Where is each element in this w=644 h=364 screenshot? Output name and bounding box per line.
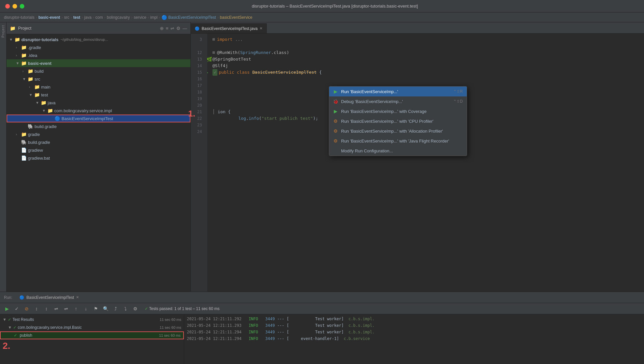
tree-item[interactable]: ▼ 📁 test — [7, 91, 190, 99]
close-panel-icon[interactable]: — — [183, 26, 187, 31]
jfr-icon: ⚙ — [333, 138, 338, 143]
main-area: Project 📁 Project ⊕ ≡ ⇌ ⚙ — ▼ 📁 disrupto… — [0, 22, 644, 292]
run-search-button[interactable]: 🔍 — [101, 304, 110, 313]
tree-item[interactable]: ▼ 📁 java — [7, 99, 190, 107]
tree-item[interactable]: 🐘 build.gradle — [7, 122, 190, 130]
menu-label: Run 'BasicEventServiceImp...' with 'Java… — [341, 139, 463, 143]
run-check-button[interactable]: ✓ — [12, 304, 21, 313]
code-line — [212, 76, 644, 82]
tree-item-basic-event-service-impl-test[interactable]: 🔵 BasicEventServiceImplTest — [7, 115, 190, 122]
tree-item[interactable]: 🐘 build.gradle — [7, 138, 190, 146]
settings-icon[interactable]: ⚙ — [176, 26, 181, 31]
run-export-button[interactable]: ⤵ — [121, 304, 130, 313]
tab-close-icon[interactable]: ✕ — [260, 26, 262, 31]
menu-item-run-coverage[interactable]: ▶ Run 'BasicEventServiceImp...' with Cov… — [329, 106, 467, 116]
run-toolbar: ▶ ✓ ⊘ ↕ ↕ ⇌ ⇌ ↑ ↓ ⚑ 🔍 ⤴ ⤵ ⚙ ✓ Tests pass… — [0, 303, 644, 314]
tree-item[interactable]: › 📁 .idea — [7, 51, 190, 59]
run-expand-button[interactable]: ⇌ — [52, 304, 61, 313]
breadcrumb-item[interactable]: basic-event — [38, 15, 60, 20]
tree-sub: ~/github/blog_demos/disrup... — [61, 38, 108, 41]
run-up-button[interactable]: ↑ — [72, 304, 80, 313]
menu-item-run[interactable]: ▶ Run 'BasicEventServiceImp...' ⌃⇧R — [329, 87, 467, 96]
tree-label: com.bolingcavalry.service.impl — [54, 108, 112, 113]
breadcrumb-item[interactable]: bolingcavalry — [107, 15, 130, 20]
close-button[interactable] — [5, 4, 10, 9]
breadcrumb-item[interactable]: impl — [150, 15, 158, 20]
tree-label: build.gradle — [28, 140, 50, 145]
locate-icon[interactable]: ⊕ — [160, 26, 164, 31]
breadcrumb-item[interactable]: com — [95, 15, 103, 20]
tree-label: build.gradle — [35, 124, 57, 129]
tree-item[interactable]: › 📁 build — [7, 67, 190, 75]
tree-label: gradlew.bat — [28, 156, 50, 161]
run-stop-button[interactable]: ⊘ — [22, 304, 31, 313]
tree-item[interactable]: › 📁 .gradle — [7, 43, 190, 51]
run-down-button[interactable]: ↓ — [82, 304, 90, 313]
tree-item[interactable]: ▼ 📁 com.bolingcavalry.service.impl — [7, 107, 190, 115]
menu-item-run-jfr[interactable]: ⚙ Run 'BasicEventServiceImp...' with 'Ja… — [329, 136, 467, 146]
tree-item[interactable]: ▼ 📁 src — [7, 75, 190, 83]
maximize-button[interactable] — [20, 4, 24, 9]
breadcrumb-item[interactable]: basicEventService — [220, 15, 253, 20]
menu-item-run-cpu[interactable]: ⚙ Run 'BasicEventServiceImp...' with 'CP… — [329, 116, 467, 126]
code-line: ⊞ @RunWith(SpringRunner.class) — [212, 49, 644, 56]
panel-title: Project — [18, 26, 157, 31]
menu-shortcut: ⌃⇧D — [453, 99, 463, 104]
run-tree-item-results[interactable]: ▼ ✓ Test Results 11 sec 60 ms — [0, 316, 184, 324]
tree-item[interactable]: ▼ 📁 basic-event — [7, 59, 190, 67]
run-status-text: Tests passed: 1 of 1 test – 11 sec 60 ms — [149, 306, 219, 311]
run-settings-button[interactable]: ⚙ — [131, 304, 139, 313]
run-tab-close-icon[interactable]: ✕ — [76, 295, 79, 299]
tree-item[interactable]: 📄 gradlew.bat — [7, 154, 190, 162]
allocation-icon: ⚙ — [333, 128, 338, 134]
run-collapse-button[interactable]: ⇌ — [62, 304, 70, 313]
menu-item-run-allocation[interactable]: ⚙ Run 'BasicEventServiceImp...' with 'Al… — [329, 126, 467, 136]
run-tree-time: 11 sec 60 ms — [159, 333, 181, 337]
breadcrumb-item[interactable]: service — [134, 15, 146, 20]
menu-item-debug[interactable]: 🐞 Debug 'BasicEventServiceImp...' ⌃⇧D — [329, 96, 467, 106]
menu-label: Run 'BasicEventServiceImp...' with 'Allo… — [341, 129, 463, 134]
run-rerun-button[interactable]: ↕ — [32, 304, 41, 313]
project-tree: ▼ 📁 disruptor-tutorials ~/github/blog_de… — [7, 34, 190, 292]
debug-icon: 🐞 — [333, 99, 338, 104]
editor-tabs: 🔵 BasicEventServiceImplTest.java ✕ — [191, 22, 644, 34]
run-tree-label: publish — [20, 333, 32, 338]
run-label: Run: — [4, 295, 12, 300]
tree-item[interactable]: › 📁 gradle — [7, 130, 190, 138]
tab-label: BasicEventServiceImplTest.java — [202, 26, 258, 31]
expand-icon[interactable]: ≡ — [166, 26, 168, 31]
log-line: 2021-05-24 12:21:11.294 INFO 3449 --- [ … — [187, 335, 641, 342]
run-import-button[interactable]: ⤴ — [111, 304, 120, 313]
run-filter-button[interactable]: ⚑ — [91, 304, 100, 313]
run-icon: ▶ — [333, 89, 338, 94]
editor-tab-basic-event-service-impl-test[interactable]: 🔵 BasicEventServiceImplTest.java ✕ — [191, 23, 267, 33]
panel-header: 📁 Project ⊕ ≡ ⇌ ⚙ — — [7, 22, 190, 34]
code-lines: ⊞ import ... ⊞ @RunWith(SpringRunner.cla… — [207, 34, 644, 292]
breadcrumb-item[interactable]: java — [84, 15, 91, 20]
breadcrumb-item[interactable]: src — [64, 15, 69, 20]
breadcrumb: disruptor-tutorials › basic-event › src … — [0, 13, 644, 22]
tree-item[interactable]: 📄 gradlew — [7, 146, 190, 154]
run-sort-button[interactable]: ↕ — [42, 304, 51, 313]
tree-label: build — [35, 69, 43, 74]
breadcrumb-item[interactable]: BasicEventServiceImplTest — [168, 15, 216, 20]
run-log: 2021-05-24 12:21:11.292 INFO 3449 --- [ … — [184, 314, 644, 364]
run-play-button[interactable]: ▶ — [3, 304, 11, 313]
run-tree-item-publish[interactable]: ✓ publish 11 sec 60 ms — [0, 331, 184, 339]
tree-item[interactable]: ▼ 📁 disruptor-tutorials ~/github/blog_de… — [7, 36, 190, 43]
tree-arrow: ▼ — [36, 101, 39, 105]
window-title: disruptor-tutorials – BasicEventServiceI… — [31, 4, 639, 9]
menu-label: Run 'BasicEventServiceImp...' with 'CPU … — [341, 119, 463, 124]
run-tree-label: Test Results — [12, 317, 34, 322]
run-tab[interactable]: 🔵 BasicEventServiceImplTest ✕ — [16, 292, 82, 303]
project-panel: 📁 Project ⊕ ≡ ⇌ ⚙ — ▼ 📁 disruptor-tutori… — [7, 22, 191, 292]
minimize-button[interactable] — [12, 4, 17, 9]
breadcrumb-item[interactable]: test — [73, 15, 80, 20]
breadcrumb-item[interactable]: disruptor-tutorials — [4, 15, 35, 20]
run-tree-item-class[interactable]: ▼ ✓ com.bolingcavalry.service.impl.Basic… — [0, 324, 184, 331]
collapse-icon[interactable]: ⇌ — [170, 26, 174, 31]
run-tree-time: 11 sec 60 ms — [160, 325, 181, 329]
menu-item-modify-run-config[interactable]: Modify Run Configuration... — [329, 146, 467, 156]
tree-item[interactable]: › 📁 main — [7, 83, 190, 91]
run-gutter-icon[interactable]: ▶ — [207, 69, 208, 76]
